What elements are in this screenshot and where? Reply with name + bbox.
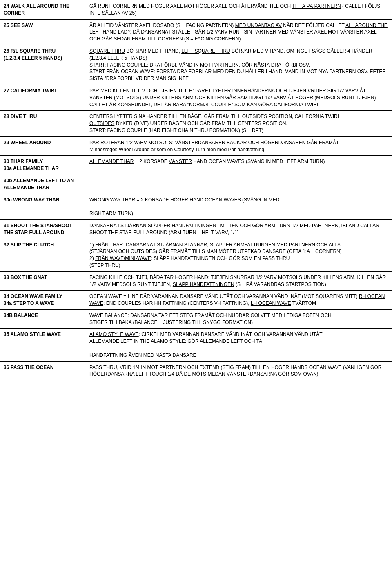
table-row: 25 SEE SAWÄR ALLTID VÄNSTER AXEL DOSADO … [0, 19, 392, 45]
call-number-name: 29 WHEEL AROUND [0, 136, 86, 156]
call-description: DANSARNA I STJÄRNAN SLÄPPER HANDFATTNING… [86, 219, 392, 239]
call-description: WRONG WAY THAR = 2 KORSADE HÖGER HAND OC… [86, 194, 392, 219]
call-number-name: 31 SHOOT THE STAR/SHOOT THE STAR FULL AR… [0, 219, 86, 239]
call-description: 1) FRÅN THAR: DANSARNA I STJÄRNAN STANNA… [86, 239, 392, 271]
table-row: 35 ALAMO STYLE WAVEALAMO STYLE WAVE: CIR… [0, 329, 392, 361]
table-row: 32 SLIP THE CLUTCH1) FRÅN THAR: DANSARNA… [0, 239, 392, 271]
call-description: ÄR ALLTID VÄNSTER AXEL DOSADO (S = FACIN… [86, 19, 392, 45]
table-row: 30 THAR FAMILY30a ALLEMANDE THARALLEMAND… [0, 156, 392, 175]
table-row: 36 PASS THE OCEANPASS THRU, VRID 1/4 IN … [0, 361, 392, 380]
call-number-name: 36 PASS THE OCEAN [0, 361, 86, 380]
call-description: CENTERS LYFTER SINA HÄNDER TILL EN BÅGE,… [86, 111, 392, 136]
call-number-name: 27 CALIFORNIA TWIRL [0, 85, 86, 110]
call-description: WAVE BALANCE: DANSARNA TAR ETT STEG FRAM… [86, 309, 392, 329]
call-number-name: 33 BOX THE GNAT [0, 271, 86, 291]
call-number-name: 25 SEE SAW [0, 19, 86, 45]
call-description: ALLEMANDE THAR = 2 KORSADE VÄNSTER HAND … [86, 156, 392, 175]
call-number-name: 32 SLIP THE CLUTCH [0, 239, 86, 271]
call-number-name: 34 OCEAN WAVE FAMILY34a STEP TO A WAVE [0, 291, 86, 310]
table-row: 33 BOX THE GNATFACING KILLE OCH TJEJ, BÅ… [0, 271, 392, 291]
call-description: GÅ RUNT CORNERN MED HÖGER AXEL MOT HÖGER… [86, 0, 392, 20]
table-row: 30b ALLEMANDE LEFT TO AN ALLEMANDE THAR [0, 175, 392, 194]
call-description: PAR MED KILLEN TILL V OCH TJEJEN TILL H:… [86, 85, 392, 110]
call-description [86, 175, 392, 194]
call-description: FACING KILLE OCH TJEJ, BÅDA TAR HÖGER HA… [86, 271, 392, 291]
call-number-name: 30 THAR FAMILY30a ALLEMANDE THAR [0, 156, 86, 175]
table-row: 27 CALIFORNIA TWIRLPAR MED KILLEN TILL V… [0, 85, 392, 110]
table-row: 30c WRONG WAY THARWRONG WAY THAR = 2 KOR… [0, 194, 392, 219]
call-number-name: 24 WALK ALL AROUND THE CORNER [0, 0, 86, 20]
call-description: PASS THRU, VRID 1/4 IN MOT PARTNERN OCH … [86, 361, 392, 380]
table-row: 34B BALANCEWAVE BALANCE: DANSARNA TAR ET… [0, 309, 392, 329]
table-row: 28 DIVE THRUCENTERS LYFTER SINA HÄNDER T… [0, 111, 392, 136]
table-row: 34 OCEAN WAVE FAMILY34a STEP TO A WAVEOC… [0, 291, 392, 310]
call-description: OCEAN WAVE = LINE DÄR VARANNAN DANSARE V… [86, 291, 392, 310]
call-description: SQUARE THRU BÖRJAR MED H HAND, LEFT SQUA… [86, 45, 392, 85]
call-number-name: 34B BALANCE [0, 309, 86, 329]
call-number-name: 28 DIVE THRU [0, 111, 86, 136]
call-description: PAR ROTERAR 1/2 VARV MOTSOLS: VÄNSTERDAN… [86, 136, 392, 156]
call-description: ALAMO STYLE WAVE: CIRKEL MED VARANNAN DA… [86, 329, 392, 361]
table-row: 26 R/L SQUARE THRU(1,2,3,4 ELLER 5 HANDS… [0, 45, 392, 85]
call-number-name: 35 ALAMO STYLE WAVE [0, 329, 86, 361]
call-number-name: 30b ALLEMANDE LEFT TO AN ALLEMANDE THAR [0, 175, 86, 194]
table-row: 24 WALK ALL AROUND THE CORNERGÅ RUNT COR… [0, 0, 392, 20]
call-number-name: 26 R/L SQUARE THRU(1,2,3,4 ELLER 5 HANDS… [0, 45, 86, 85]
table-row: 29 WHEEL AROUNDPAR ROTERAR 1/2 VARV MOTS… [0, 136, 392, 156]
dance-calls-table: 24 WALK ALL AROUND THE CORNERGÅ RUNT COR… [0, 0, 392, 380]
table-row: 31 SHOOT THE STAR/SHOOT THE STAR FULL AR… [0, 219, 392, 239]
call-number-name: 30c WRONG WAY THAR [0, 194, 86, 219]
